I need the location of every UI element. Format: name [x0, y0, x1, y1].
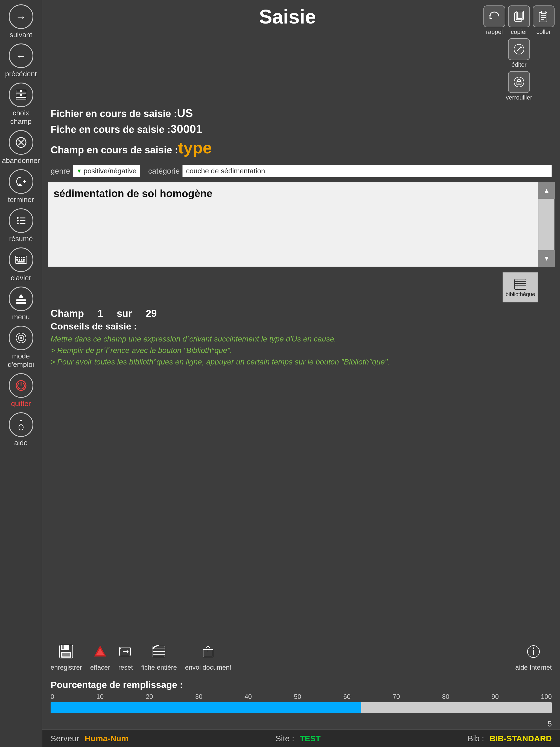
- reset-icon: [119, 644, 133, 662]
- envoi-document-icon: [201, 644, 215, 662]
- resume-icon: [9, 208, 33, 233]
- scrollbar: ▲ ▼: [538, 182, 555, 267]
- svg-rect-21: [21, 259, 22, 261]
- rappel-button[interactable]: rappel: [483, 5, 505, 35]
- envoi-document-button[interactable]: envoi document: [185, 644, 231, 671]
- quitter-icon: [9, 373, 33, 398]
- progress-labels: 0 10 20 30 40 50 60 70 80 90 100: [51, 693, 552, 700]
- verrouiller-button[interactable]: verrouiller: [506, 71, 532, 101]
- svg-rect-62: [62, 653, 70, 656]
- effacer-button[interactable]: effacer: [90, 644, 110, 671]
- enregistrer-button[interactable]: enregistrer: [51, 644, 82, 671]
- main-textarea[interactable]: [48, 182, 538, 267]
- svg-rect-4: [16, 98, 26, 100]
- svg-rect-20: [19, 259, 20, 261]
- terminer-icon: [9, 169, 33, 194]
- svg-rect-17: [21, 257, 22, 258]
- svg-rect-3: [22, 94, 26, 96]
- status-bar: Serveur Huma-Num Site : TEST Bib : BIB-S…: [42, 729, 560, 747]
- svg-point-49: [514, 77, 524, 87]
- svg-rect-43: [541, 11, 546, 14]
- genre-dropdown[interactable]: ▼ positive/négative: [73, 165, 140, 177]
- copier-icon: [508, 5, 530, 27]
- top-toolbar: Saisie rappel: [42, 0, 560, 104]
- enregistrer-icon: [59, 644, 73, 662]
- editer-button[interactable]: éditer: [508, 38, 530, 68]
- svg-marker-24: [18, 294, 24, 298]
- svg-point-36: [19, 424, 23, 430]
- svg-rect-23: [18, 261, 25, 262]
- mode-emploi-icon: [9, 326, 33, 350]
- progress-bar: [51, 702, 552, 713]
- bibliotheque-icon: [513, 278, 527, 291]
- copier-button[interactable]: copier: [508, 5, 530, 35]
- page-title: Saisie: [92, 5, 483, 28]
- svg-point-29: [20, 337, 22, 339]
- clavier-icon: [9, 248, 33, 272]
- suivant-icon: →: [9, 4, 33, 29]
- scroll-up-button[interactable]: ▲: [538, 182, 555, 199]
- progress-title: Pourcentage de remplissage :: [51, 679, 552, 690]
- progress-bar-fill: [51, 702, 361, 713]
- svg-rect-0: [16, 90, 21, 92]
- sidebar-item-aide[interactable]: aide: [2, 411, 40, 449]
- champ-row: Champ en cours de saisie : type: [51, 138, 552, 157]
- reset-button[interactable]: reset: [119, 644, 133, 671]
- progress-section: Pourcentage de remplissage : 0 10 20 30 …: [42, 677, 560, 719]
- aide-internet-button[interactable]: aide Internet: [515, 644, 552, 671]
- sidebar-item-mode-emploi[interactable]: mode d'emploi: [2, 324, 40, 370]
- info-section: Fichier en cours de saisie : US Fiche en…: [42, 104, 560, 163]
- coller-button[interactable]: coller: [533, 5, 555, 35]
- svg-rect-1: [22, 90, 26, 92]
- aide-icon: [9, 412, 33, 437]
- sidebar-item-clavier[interactable]: clavier: [2, 246, 40, 284]
- sidebar-item-suivant[interactable]: → suivant: [2, 3, 40, 41]
- svg-point-75: [533, 647, 534, 649]
- choix-champ-icon: [9, 83, 33, 107]
- dropdown-arrow-icon: ▼: [77, 168, 82, 174]
- sidebar: → suivant ← précédent choix champ aband: [0, 0, 42, 747]
- top-right-row1: rappel copier: [483, 5, 555, 35]
- svg-rect-16: [19, 257, 20, 258]
- svg-rect-22: [23, 259, 25, 261]
- fichier-row: Fichier en cours de saisie : US: [51, 107, 552, 120]
- sidebar-item-menu[interactable]: menu: [2, 285, 40, 323]
- scroll-down-button[interactable]: ▼: [538, 250, 555, 266]
- champ-info: Champ 1 sur 29 Conseils de saisie : Mett…: [42, 302, 560, 370]
- fiche-entiere-button[interactable]: fiche entière: [141, 644, 177, 671]
- sidebar-item-precedent[interactable]: ← précédent: [2, 42, 40, 80]
- scroll-track: [538, 199, 554, 250]
- svg-rect-2: [16, 94, 21, 96]
- categorie-field: couche de sédimentation: [182, 165, 552, 177]
- rappel-icon: [483, 5, 505, 27]
- bibliotheque-button[interactable]: bibliothèque: [503, 272, 538, 302]
- verrouiller-icon: [508, 71, 530, 93]
- editer-icon: [508, 38, 530, 60]
- conseils-title: Conseils de saisie :: [51, 321, 552, 332]
- svg-rect-25: [16, 300, 26, 301]
- bibliotheque-label: bibliothèque: [506, 291, 535, 298]
- bottom-toolbar: enregistrer effacer reset: [42, 639, 560, 677]
- fiche-row: Fiche en cours de saisie : 30001: [51, 123, 552, 136]
- sidebar-item-choix-champ[interactable]: choix champ: [2, 81, 40, 127]
- genre-cat-row: genre ▼ positive/négative catégorie couc…: [42, 163, 560, 179]
- coller-icon: [533, 5, 555, 27]
- menu-icon: [9, 287, 33, 311]
- sidebar-item-abandonner[interactable]: abandonner: [2, 129, 40, 166]
- sidebar-item-terminer[interactable]: terminer: [2, 168, 40, 206]
- right-side-btns: rappel copier: [483, 5, 555, 101]
- page-number: 5: [42, 719, 560, 729]
- aide-internet-icon: [526, 644, 541, 662]
- sidebar-item-resume[interactable]: résumé: [2, 207, 40, 245]
- conseils-text: Mettre dans ce champ une expression d´cr…: [51, 333, 552, 368]
- svg-point-8: [17, 217, 19, 219]
- effacer-icon: [93, 644, 107, 662]
- svg-rect-26: [16, 302, 26, 304]
- abandonner-icon: [9, 130, 33, 155]
- champ-numbers: Champ 1 sur 29: [51, 308, 552, 319]
- sidebar-item-quitter[interactable]: quitter: [2, 371, 40, 410]
- page-title-area: Saisie: [92, 5, 483, 31]
- svg-point-12: [17, 223, 19, 224]
- svg-point-51: [518, 83, 519, 84]
- svg-rect-18: [23, 257, 25, 258]
